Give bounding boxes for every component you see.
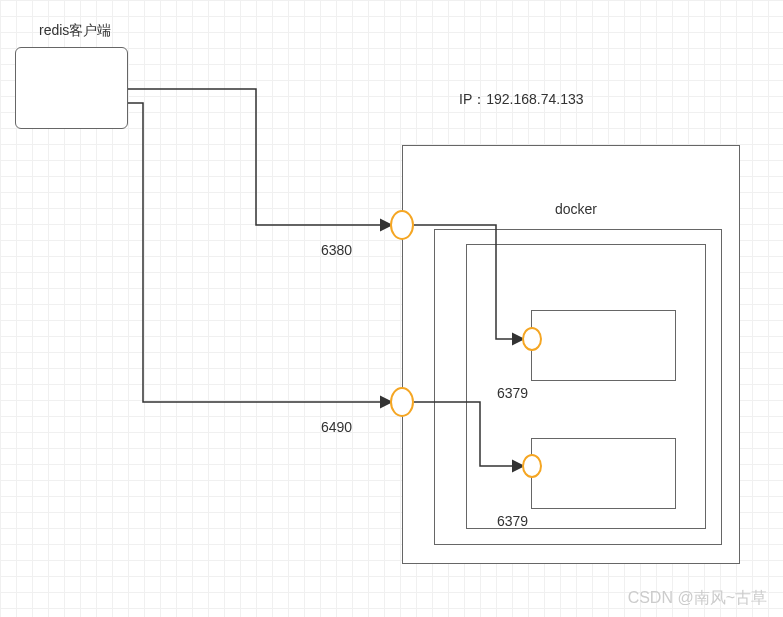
redis-instance-2-box xyxy=(531,438,676,509)
container2-port-6379 xyxy=(522,454,542,478)
container2-port-6379-label: 6379 xyxy=(497,513,528,529)
container1-port-6379-label: 6379 xyxy=(497,385,528,401)
host-port-6380 xyxy=(390,210,414,240)
client-box xyxy=(15,47,128,129)
ip-label: IP：192.168.74.133 xyxy=(459,91,584,109)
host-port-6490 xyxy=(390,387,414,417)
redis-instance-1-box xyxy=(531,310,676,381)
client-label: redis客户端 xyxy=(39,22,111,40)
host-port-6380-label: 6380 xyxy=(321,242,352,258)
docker-label: docker xyxy=(555,201,597,217)
host-port-6490-label: 6490 xyxy=(321,419,352,435)
watermark: CSDN @南风~古草 xyxy=(628,588,767,609)
container1-port-6379 xyxy=(522,327,542,351)
